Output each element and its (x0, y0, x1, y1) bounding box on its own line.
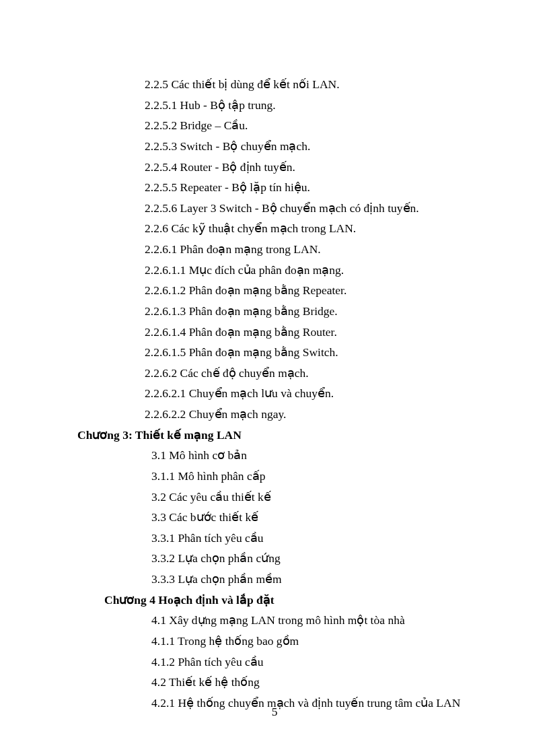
toc-line: 4.1.1 Trong hệ thống bao gồm (77, 631, 495, 652)
toc-line: 3.3.3 Lựa chọn phần mềm (77, 569, 495, 590)
toc-line: 2.2.6.1.3 Phân đoạn mạng bằng Bridge. (77, 301, 495, 322)
toc-line: 2.2.6.1.5 Phân đoạn mạng bằng Switch. (77, 342, 495, 363)
toc-line: 2.2.6.2.1 Chuyển mạch lưu và chuyển. (77, 383, 495, 404)
toc-line: 2.2.5.2 Bridge – Cầu. (77, 115, 495, 136)
toc-line: 4.1.2 Phân tích yêu cầu (77, 652, 495, 673)
toc-line: 2.2.6.1.4 Phân đoạn mạng bằng Router. (77, 322, 495, 343)
toc-line: 2.2.6.2.2 Chuyển mạch ngay. (77, 404, 495, 425)
table-of-contents: 2.2.5 Các thiết bị dùng để kết nối LAN.2… (77, 74, 495, 713)
toc-line: 2.2.5.1 Hub - Bộ tập trung. (77, 95, 495, 116)
toc-line: 3.3 Các bước thiết kế (77, 507, 495, 528)
toc-line: 2.2.6.1 Phân đoạn mạng trong LAN. (77, 239, 495, 260)
toc-line: 2.2.6.1.1 Mục đích của phân đoạn mạng. (77, 260, 495, 281)
toc-line: 3.3.1 Phân tích yêu cầu (77, 528, 495, 549)
toc-line: 2.2.5.5 Repeater - Bộ lặp tín hiệu. (77, 177, 495, 198)
toc-line: 2.2.5.6 Layer 3 Switch - Bộ chuyển mạch … (77, 198, 495, 219)
toc-line: 3.2 Các yêu cầu thiết kế (77, 487, 495, 508)
toc-line: Chương 4 Hoạch định và lắp đặt (77, 590, 495, 611)
toc-line: 2.2.5 Các thiết bị dùng để kết nối LAN. (77, 74, 495, 95)
toc-line: 3.1.1 Mô hình phân cấp (77, 466, 495, 487)
toc-line: 2.2.6.2 Các chế độ chuyển mạch. (77, 363, 495, 384)
toc-line: Chương 3: Thiết kế mạng LAN (77, 425, 495, 446)
toc-line: 4.2 Thiết kế hệ thống (77, 672, 495, 693)
toc-line: 3.3.2 Lựa chọn phần cứng (77, 548, 495, 569)
toc-line: 2.2.6 Các kỹ thuật chyển mạch trong LAN. (77, 218, 495, 239)
toc-line: 2.2.5.3 Switch - Bộ chuyển mạch. (77, 136, 495, 157)
page-number: 5 (0, 705, 549, 719)
toc-line: 3.1 Mô hình cơ bản (77, 445, 495, 466)
toc-line: 2.2.6.1.2 Phân đoạn mạng bằng Repeater. (77, 280, 495, 301)
toc-line: 2.2.5.4 Router - Bộ định tuyến. (77, 157, 495, 178)
toc-line: 4.1 Xây dựng mạng LAN trong mô hình một … (77, 610, 495, 631)
